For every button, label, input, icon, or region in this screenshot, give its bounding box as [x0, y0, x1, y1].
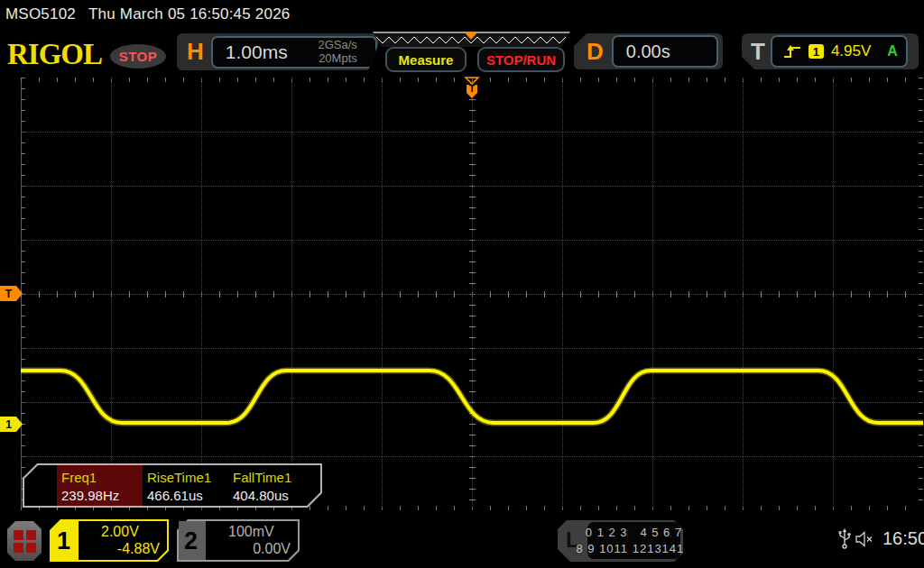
- logic-row-8-15: 8 9 1011 12131415: [576, 541, 691, 557]
- delay-label: D: [587, 38, 604, 66]
- usb-icon: [837, 528, 852, 550]
- timebase-panel[interactable]: 1.00ms 2GSa/s 20Mpts: [211, 36, 377, 69]
- trigger-source-badge: 1: [808, 44, 824, 59]
- model-name: MSO5102: [5, 5, 76, 23]
- four-squares-icon: [14, 530, 36, 553]
- trigger-mode: A: [887, 43, 906, 60]
- sample-rate-depth: 2GSa/s 20Mpts: [318, 39, 374, 66]
- rising-edge-icon: [783, 42, 801, 60]
- measurement-item-falltime1[interactable]: FallTime1 404.80us: [228, 465, 314, 506]
- oscilloscope-screen: MSO5102Thu March 05 16:50:45 2026 RIGOL …: [0, 0, 924, 568]
- channel2-offset: 0.00V: [212, 541, 291, 557]
- measurement-label: Freq1: [57, 470, 143, 485]
- horizontal-label: H: [187, 38, 204, 66]
- datetime-text: Thu March 05 16:50:45 2026: [88, 5, 291, 23]
- svg-text:T: T: [469, 83, 476, 94]
- channel1-panel: 2.00V -4.88V: [79, 521, 167, 560]
- measurement-label: FallTime1: [228, 470, 314, 485]
- sound-muted-icon: [855, 531, 875, 547]
- measurement-box-inner: Freq1 239.98Hz RiseTime1 466.61us FallTi…: [24, 465, 320, 506]
- delay-block[interactable]: D 0.00s: [574, 33, 723, 69]
- stop-run-button[interactable]: STOP/RUN: [477, 47, 565, 72]
- rigol-logo: RIGOL: [7, 38, 102, 71]
- measurement-label: RiseTime1: [143, 470, 228, 485]
- delay-value: 0.00s: [614, 41, 670, 62]
- trigger-block[interactable]: T 1 4.95V A: [742, 33, 919, 69]
- channel1-status-block[interactable]: 1 2.00V -4.88V: [50, 519, 169, 562]
- measurement-value: 239.98Hz: [57, 488, 143, 503]
- measurement-value: 404.80us: [228, 488, 314, 503]
- measurement-item-risetime1[interactable]: RiseTime1 466.61us: [143, 465, 228, 506]
- channel1-position-marker[interactable]: 1: [0, 417, 23, 432]
- channel2-panel: 100mV 0.00V: [206, 521, 298, 560]
- horizontal-settings-block[interactable]: H 1.00ms 2GSa/s 20Mpts: [177, 33, 383, 70]
- trigger-label: T: [751, 38, 765, 66]
- trigger-panel[interactable]: 1 4.95V A: [771, 35, 908, 68]
- preview-trigger-marker-icon[interactable]: [465, 32, 477, 40]
- channel1-number: 1: [57, 527, 70, 555]
- measurement-spacer: [24, 465, 57, 506]
- delay-panel[interactable]: 0.00s: [612, 35, 718, 68]
- channel2-status-block[interactable]: 2 100mV 0.00V: [177, 519, 300, 562]
- measurement-item-freq1[interactable]: Freq1 239.98Hz: [57, 465, 143, 506]
- logic-panel: 0 1 2 3 4 5 6 7 8 9 1011 12131415: [587, 522, 680, 559]
- sample-rate: 2GSa/s: [318, 38, 356, 51]
- memory-depth: 20Mpts: [319, 51, 357, 65]
- trigger-position-marker[interactable]: T: [464, 77, 480, 99]
- measurement-box: Freq1 239.98Hz RiseTime1 466.61us FallTi…: [23, 463, 322, 508]
- status-clock: 16:50: [882, 528, 924, 549]
- measurement-value: 466.61us: [143, 488, 228, 503]
- titlebar: MSO5102Thu March 05 16:50:45 2026: [5, 5, 290, 23]
- channel1-waveform: [21, 78, 923, 510]
- logic-channels-block[interactable]: L 0 1 2 3 4 5 6 7 8 9 1011 12131415: [558, 520, 683, 562]
- channel1-offset: -4.88V: [85, 541, 160, 557]
- timebase-value: 1.00ms: [213, 41, 288, 63]
- windows-grid-button[interactable]: [7, 521, 42, 561]
- measure-button[interactable]: Measure: [385, 47, 467, 72]
- trigger-level-value: 4.95V: [831, 42, 871, 60]
- trigger-level-marker[interactable]: T: [0, 286, 23, 301]
- channel2-number: 2: [184, 527, 198, 555]
- channel2-scale: 100mV: [228, 524, 274, 540]
- logic-row-0-7: 0 1 2 3 4 5 6 7: [586, 525, 682, 541]
- run-state-badge: STOP: [110, 44, 166, 69]
- channel1-scale: 2.00V: [101, 524, 139, 540]
